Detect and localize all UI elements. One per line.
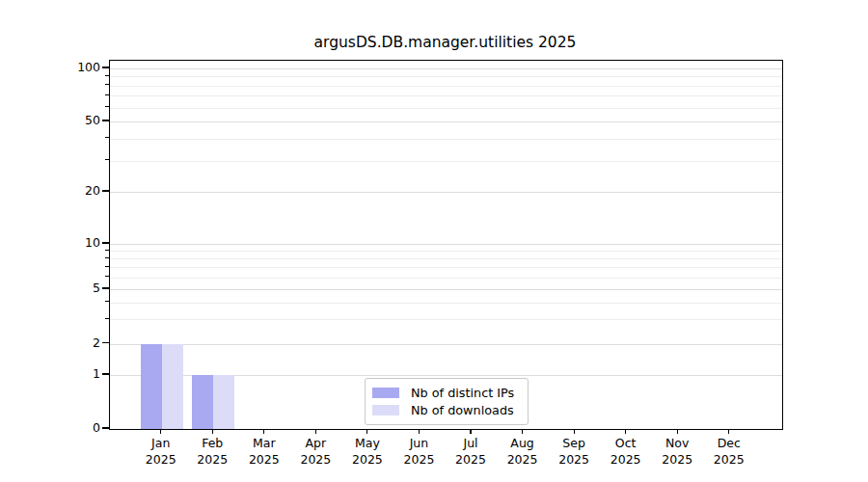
y-gridline-major xyxy=(110,192,782,193)
y-gridline-minor xyxy=(110,161,782,162)
y-minor-tick-mark xyxy=(105,257,109,258)
y-tick-label: 100 xyxy=(0,60,100,75)
y-minor-tick-mark xyxy=(105,276,109,277)
y-minor-tick-mark xyxy=(105,137,109,138)
y-tick-label: 10 xyxy=(0,235,100,251)
y-gridline-major xyxy=(110,344,782,345)
y-gridline-minor xyxy=(110,76,782,77)
y-minor-tick-mark xyxy=(105,159,109,160)
legend-label-distinct-ips: Nb of distinct IPs xyxy=(411,386,514,400)
y-tick-mark xyxy=(102,342,109,343)
y-minor-tick-mark xyxy=(105,250,109,251)
y-minor-tick-mark xyxy=(105,94,109,95)
legend-swatch-downloads xyxy=(372,405,399,415)
y-gridline-minor xyxy=(110,258,782,259)
y-tick-label: 0 xyxy=(0,420,100,436)
y-gridline-major xyxy=(110,121,782,122)
chart-figure: argusDS.DB.manager.utilities 2025 012510… xyxy=(0,0,868,482)
y-gridline-major xyxy=(110,244,782,245)
bar-distinct-ips xyxy=(141,344,162,430)
y-tick-mark xyxy=(102,373,109,374)
y-minor-tick-mark xyxy=(105,266,109,267)
bar-downloads xyxy=(162,344,183,430)
y-tick-label: 1 xyxy=(0,366,100,382)
y-tick-mark xyxy=(102,67,109,67)
y-minor-tick-mark xyxy=(105,318,109,319)
y-tick-mark xyxy=(102,287,109,288)
y-gridline-minor xyxy=(110,108,782,109)
y-minor-tick-mark xyxy=(105,106,109,107)
y-gridline-minor xyxy=(110,278,782,279)
plot-area xyxy=(109,60,783,430)
x-tick-mark xyxy=(677,429,678,434)
x-tick-label-line: Dec xyxy=(698,436,760,452)
legend-item-downloads: Nb of downloads xyxy=(372,402,521,418)
y-gridline-minor xyxy=(110,86,782,87)
legend: Nb of distinct IPs Nb of downloads xyxy=(365,378,529,425)
x-tick-mark xyxy=(366,429,367,434)
x-tick-mark xyxy=(470,429,471,434)
x-tick-mark xyxy=(160,429,161,434)
x-tick-mark xyxy=(419,429,420,434)
x-tick-mark xyxy=(574,429,575,434)
y-gridline-minor xyxy=(110,251,782,252)
x-tick-mark xyxy=(263,429,264,434)
y-tick-label: 5 xyxy=(0,281,100,296)
y-tick-label: 20 xyxy=(0,183,100,199)
bar-distinct-ips xyxy=(192,375,213,429)
legend-swatch-distinct-ips xyxy=(372,388,399,398)
y-gridline-minor xyxy=(110,139,782,140)
x-tick-label: Dec2025 xyxy=(698,436,760,468)
x-tick-label-line: 2025 xyxy=(698,452,760,469)
bar-downloads xyxy=(213,375,234,429)
x-tick-mark xyxy=(728,429,729,434)
y-tick-mark xyxy=(102,190,109,191)
x-tick-mark xyxy=(212,429,213,434)
y-minor-tick-mark xyxy=(105,84,109,85)
y-tick-label: 50 xyxy=(0,113,100,128)
y-gridline-minor xyxy=(110,319,782,320)
y-tick-label: 2 xyxy=(0,335,100,351)
y-tick-mark xyxy=(102,427,109,428)
x-tick-mark xyxy=(522,429,523,434)
y-gridline-minor xyxy=(110,95,782,96)
y-gridline-minor xyxy=(110,303,782,304)
y-minor-tick-mark xyxy=(105,301,109,302)
y-gridline-minor xyxy=(110,267,782,268)
y-minor-tick-mark xyxy=(105,75,109,76)
legend-item-distinct-ips: Nb of distinct IPs xyxy=(372,385,521,401)
y-tick-mark xyxy=(102,120,109,120)
legend-label-downloads: Nb of downloads xyxy=(411,403,514,417)
x-tick-mark xyxy=(625,429,626,434)
x-tick-mark xyxy=(315,429,316,434)
y-tick-mark xyxy=(102,242,109,243)
y-gridline-major xyxy=(110,68,782,69)
chart-title: argusDS.DB.manager.utilities 2025 xyxy=(109,34,781,51)
y-gridline-major xyxy=(110,289,782,290)
